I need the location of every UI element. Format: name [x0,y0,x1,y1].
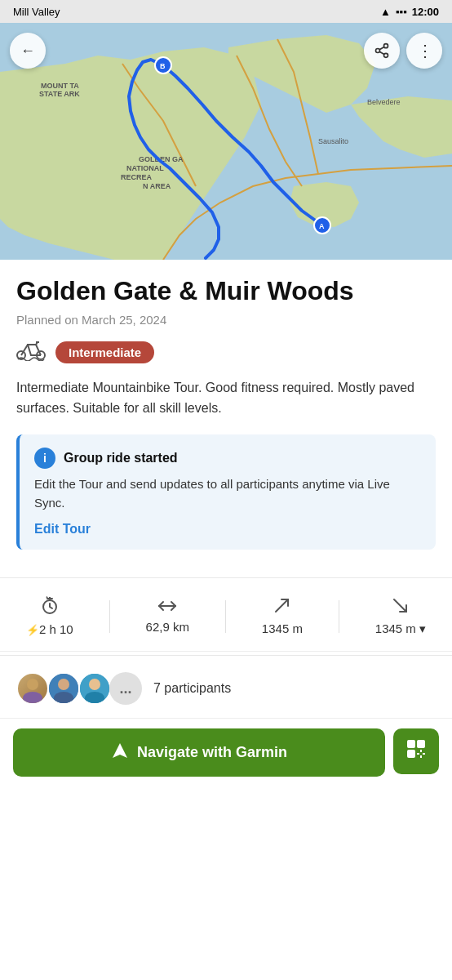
descent-icon [392,597,410,618]
difficulty-badge: Intermediate [55,341,154,363]
svg-text:STATE ARK: STATE ARK [39,90,80,98]
stat-distance: 62,9 km [146,599,189,634]
tour-title: Golden Gate & Muir Woods [16,276,436,306]
bike-icon [16,338,46,367]
stat-ascent-value: 1345 m [262,621,303,635]
share-icon [374,42,390,59]
duration-icon [40,596,60,619]
svg-text:Belvedere: Belvedere [367,98,401,106]
svg-rect-34 [417,740,425,748]
info-card-body: Edit the Tour and send updates to all pa… [34,475,421,512]
bottom-bar: Navigate with Garmin [0,718,452,786]
svg-marker-32 [113,743,127,758]
stat-descent: 1345 m ▾ [375,597,426,636]
svg-text:Sausalito: Sausalito [318,137,348,145]
svg-point-27 [58,679,69,690]
svg-line-16 [379,51,384,54]
back-button[interactable]: ← [10,33,46,69]
navigate-icon [111,742,129,764]
distance-icon [157,599,177,617]
main-content: Golden Gate & Muir Woods Planned on Marc… [0,260,452,418]
svg-line-17 [379,47,384,49]
svg-text:MOUNT TA: MOUNT TA [41,82,79,90]
stat-divider-2 [225,600,226,633]
stat-duration: ⚡2 h 10 [26,596,73,636]
participants-label: 7 participants [153,681,231,696]
status-icons: ▲ ▪▪▪ 12:00 [380,6,439,18]
navigate-button[interactable]: Navigate with Garmin [13,728,385,777]
garmin-export-button[interactable] [393,728,439,774]
svg-point-15 [384,53,388,57]
stat-divider-3 [339,600,339,633]
more-icon: ⋮ [417,41,432,60]
avatar-2 [47,672,80,705]
status-bar: Mill Valley ▲ ▪▪▪ 12:00 [0,0,452,23]
svg-point-13 [384,44,388,48]
stats-row: ⚡2 h 10 62,9 km 1345 m [0,581,452,652]
svg-rect-33 [407,740,415,748]
avatar-3 [78,672,111,705]
svg-text:A: A [319,222,325,230]
info-icon: i [34,448,55,469]
navigate-label: Navigate with Garmin [137,744,287,761]
stat-descent-value: 1345 m ▾ [375,621,426,636]
info-card: i Group ride started Edit the Tour and s… [16,434,436,550]
signal-icon: ▲ [380,6,391,18]
map-overlay-buttons: ← ⋮ [0,23,452,78]
divider-2 [0,655,452,656]
tour-description: Intermediate Mountainbike Tour. Good fit… [16,378,436,419]
participants-row: ... 7 participants [0,659,452,718]
divider-1 [0,577,452,578]
stat-duration-value: ⚡2 h 10 [26,622,73,636]
more-button[interactable]: ⋮ [406,33,442,69]
back-icon: ← [20,42,35,60]
map-action-buttons: ⋮ [364,33,442,69]
avatar-1 [16,672,49,705]
edit-tour-link[interactable]: Edit Tour [34,522,91,536]
avatar-more: ... [109,672,142,705]
map-container: MOUNT TA STATE ARK GOLDEN GA NATIONAL RE… [0,23,452,260]
tour-date: Planned on March 25, 2024 [16,313,436,327]
ascent-icon [273,597,291,618]
battery-icon: ▪▪▪ [396,6,407,18]
svg-point-30 [89,679,100,690]
share-button[interactable] [364,33,400,69]
difficulty-row: Intermediate [16,338,436,367]
status-location: Mill Valley [13,6,60,18]
svg-text:RECREA: RECREA [121,173,153,181]
time-display: 12:00 [412,6,439,18]
svg-text:NATIONAL: NATIONAL [126,164,164,172]
svg-rect-35 [407,750,415,758]
svg-point-14 [376,49,380,53]
garmin-icon [405,738,427,764]
info-card-header: i Group ride started [34,448,421,469]
stat-ascent: 1345 m [262,597,303,635]
stat-distance-value: 62,9 km [146,620,189,634]
stat-divider-1 [109,600,110,633]
svg-point-24 [27,679,38,690]
svg-point-25 [23,692,42,703]
svg-text:N AREA: N AREA [143,182,171,190]
info-card-title: Group ride started [64,451,178,466]
svg-rect-36 [419,752,423,755]
info-card-wrapper: i Group ride started Edit the Tour and s… [0,434,452,574]
